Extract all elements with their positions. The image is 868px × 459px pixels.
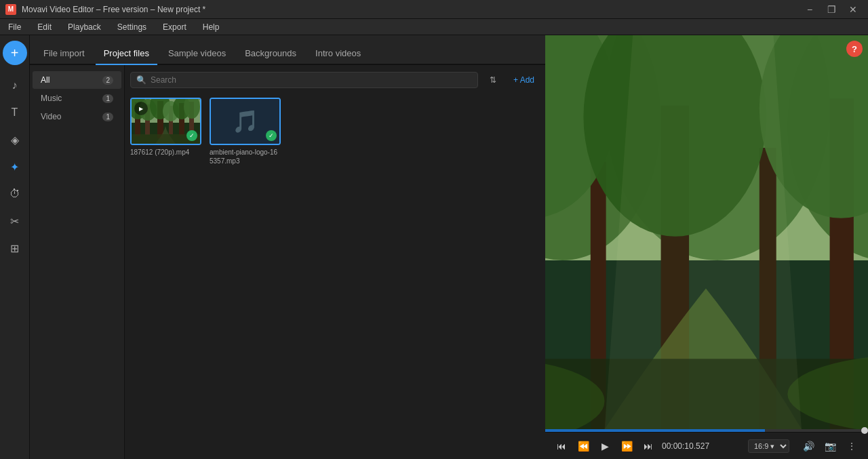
titlebar-controls: − ❐ ✕ [800, 3, 863, 16]
more-options-button[interactable]: ⋮ [844, 438, 860, 454]
left-sidebar: + ♪ T ◈ ✦ ⏱ ✂ ⊞ [0, 35, 30, 459]
file-name-audio: ambient-piano-logo-165357.mp3 [210, 148, 281, 165]
sidebar-item-effects[interactable]: ◈ [3, 127, 27, 152]
add-media-button[interactable]: + [3, 41, 27, 65]
file-thumb-video: ▶ ✓ [130, 98, 201, 145]
sidebar-item-music[interactable]: ♪ [3, 73, 27, 98]
titlebar-title: Movavi Video Editor – Free version – New… [22, 5, 205, 14]
sidebar-item-text[interactable]: T [3, 100, 27, 125]
preview-video: ? [545, 35, 868, 429]
content-panel: File import Project files Sample videos … [30, 35, 545, 459]
sidebar-item-filters[interactable]: ✦ [3, 155, 27, 179]
music-note-icon: 🎵 [232, 108, 259, 134]
file-area: 🔍 ⇅ + Add [125, 65, 545, 459]
file-name-video: 187612 (720p).mp4 [130, 148, 201, 157]
app-icon: M [5, 4, 16, 15]
filter-video-badge: 1 [102, 113, 113, 121]
menu-export[interactable]: Export [160, 21, 189, 33]
preview-video-svg [545, 35, 868, 429]
preview-panel: ? ⏮ ⏪ ▶ ⏩ ⏭ 00:00:10.527 16:9 ▾ 4:3 1:1 … [545, 35, 868, 459]
menu-edit[interactable]: Edit [35, 21, 54, 33]
titlebar: M Movavi Video Editor – Free version – N… [0, 0, 868, 19]
play-button[interactable]: ▶ [597, 438, 613, 454]
file-item-video[interactable]: ▶ ✓ 187612 (720p).mp4 [130, 98, 201, 165]
search-icon: 🔍 [136, 75, 146, 85]
menu-playback[interactable]: Playback [65, 21, 104, 33]
tab-intro-videos[interactable]: Intro videos [307, 43, 369, 65]
sidebar-item-widgets[interactable]: ⊞ [3, 236, 27, 260]
filter-all-badge: 2 [102, 76, 113, 85]
aspect-ratio-select[interactable]: 16:9 ▾ 4:3 1:1 [748, 439, 789, 453]
search-input[interactable] [151, 75, 472, 85]
filter-music-badge: 1 [102, 94, 113, 103]
tab-backgrounds[interactable]: Backgrounds [237, 43, 304, 65]
filter-list: All 2 Music 1 Video 1 [30, 65, 125, 459]
help-button[interactable]: ? [846, 41, 863, 57]
preview-time: 00:00:10.527 [662, 441, 709, 451]
file-thumb-audio: 🎵 ✓ [210, 98, 281, 145]
volume-button[interactable]: 🔊 [800, 438, 816, 454]
search-box[interactable]: 🔍 [130, 72, 478, 88]
snapshot-button[interactable]: 📷 [822, 438, 838, 454]
menu-help[interactable]: Help [200, 21, 222, 33]
add-button[interactable]: + Add [508, 73, 540, 87]
selected-badge-video: ✓ [186, 130, 197, 141]
step-back-button[interactable]: ⏪ [575, 438, 591, 454]
sort-button[interactable]: ⇅ [484, 71, 502, 89]
skip-end-button[interactable]: ⏭ [640, 438, 656, 454]
skip-start-button[interactable]: ⏮ [553, 438, 570, 454]
preview-controls: ⏮ ⏪ ▶ ⏩ ⏭ 00:00:10.527 16:9 ▾ 4:3 1:1 🔊 … [545, 432, 868, 459]
filter-music[interactable]: Music 1 [33, 89, 121, 107]
menu-file[interactable]: File [5, 21, 24, 33]
file-grid: ▶ ✓ 187612 (720p).mp4 🎵 ✓ am [130, 98, 540, 165]
sidebar-item-time[interactable]: ⏱ [3, 182, 27, 206]
tabs: File import Project files Sample videos … [30, 35, 545, 65]
step-forward-button[interactable]: ⏩ [618, 438, 635, 454]
minimize-button[interactable]: − [800, 3, 819, 16]
file-toolbar: 🔍 ⇅ + Add [130, 71, 540, 89]
restore-button[interactable]: ❐ [822, 3, 841, 16]
filter-panel: All 2 Music 1 Video 1 🔍 [30, 65, 545, 459]
preview-progress-bar[interactable] [545, 429, 868, 432]
titlebar-left: M Movavi Video Editor – Free version – N… [5, 4, 205, 15]
tab-file-import[interactable]: File import [35, 43, 93, 65]
main-layout: + ♪ T ◈ ✦ ⏱ ✂ ⊞ File import Project file… [0, 35, 868, 459]
play-overlay: ▶ [134, 102, 148, 115]
close-button[interactable]: ✕ [844, 3, 863, 16]
file-item-audio[interactable]: 🎵 ✓ ambient-piano-logo-165357.mp3 [210, 98, 281, 165]
tab-sample-videos[interactable]: Sample videos [160, 43, 234, 65]
selected-badge-audio: ✓ [266, 130, 277, 141]
tab-project-files[interactable]: Project files [96, 43, 157, 65]
sidebar-item-sticker[interactable]: ✂ [3, 209, 27, 233]
menubar: File Edit Playback Settings Export Help [0, 19, 868, 35]
filter-video[interactable]: Video 1 [33, 108, 121, 125]
filter-all[interactable]: All 2 [33, 71, 121, 89]
menu-settings[interactable]: Settings [115, 21, 149, 33]
